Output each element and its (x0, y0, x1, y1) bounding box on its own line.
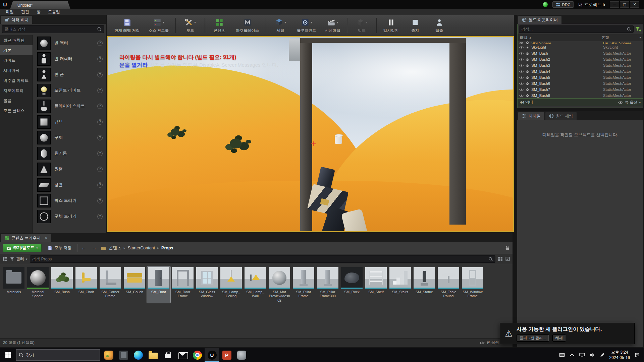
outliner-row[interactable]: SM_Bush4StaticMeshActor (518, 68, 643, 74)
outliner-row[interactable]: SM_Bush6StaticMeshActor (518, 80, 643, 86)
asset-sm-lamp-wall[interactable]: SM_Lamp_ Wall (244, 266, 267, 303)
asset-sm-mat-previewmesh-02[interactable]: SM_Mat PreviewMesh 02 (268, 266, 291, 303)
tab-untitled-level[interactable]: Untitled* (10, 1, 70, 9)
place-item-sphere[interactable]: 구체? (33, 130, 106, 145)
asset-sm-table-round[interactable]: SM_Table Round (437, 266, 460, 303)
toolbar-source-control-button[interactable]: ▾소스 컨트롤 (144, 16, 173, 35)
taskbar-app-misc-app[interactable] (234, 348, 249, 362)
toolbar-settings-button[interactable]: ▾세팅 (268, 16, 292, 35)
taskbar-app-store[interactable] (160, 348, 175, 362)
toolbar-stop-button[interactable]: 중지 (403, 16, 427, 35)
tab-details[interactable]: 디테일 (518, 112, 544, 120)
toolbar-modes-button[interactable]: ▾모드 (178, 16, 202, 35)
tab-world-outliner[interactable]: 월드 아웃라이너 (518, 16, 561, 24)
label-column-header[interactable]: 라벨 ▲ (520, 35, 601, 40)
menu-item-1[interactable]: 편집 (17, 9, 33, 15)
outliner-row[interactable]: SM_Bush7StaticMeshActor (518, 86, 643, 93)
place-category-6[interactable]: 볼륨 (0, 96, 33, 106)
start-button[interactable] (0, 348, 16, 362)
toolbar-pause-button[interactable]: 일시정지 (379, 16, 403, 35)
breadcrumb-2[interactable]: Props (161, 246, 173, 250)
outliner-row[interactable]: SM_Bush2StaticMeshActor (518, 56, 643, 62)
outliner-row[interactable]: SM_Bush3StaticMeshActor (518, 62, 643, 68)
save-all-button[interactable]: 모두 저장 (44, 244, 74, 252)
place-item-cube[interactable]: 큐브? (33, 114, 106, 130)
taskbar-search[interactable] (16, 349, 100, 361)
taskbar-app-mail[interactable] (175, 348, 190, 362)
outliner-search-input[interactable] (521, 27, 625, 32)
class-search-input[interactable] (4, 27, 95, 32)
menu-item-2[interactable]: 창 (33, 9, 44, 15)
taskbar-app-food-shortcut[interactable] (101, 348, 116, 362)
cb-view-options-button[interactable]: 뷰 옵션 ▾ (480, 340, 502, 345)
taskbar-app-edge[interactable] (131, 348, 146, 362)
menu-item-0[interactable]: 파일 (2, 9, 17, 15)
taskbar-app-chrome[interactable] (190, 348, 205, 362)
asset-sm-shelf[interactable]: SM_Shelf (364, 266, 388, 303)
filter-button[interactable]: 필터 ▾ (10, 256, 28, 262)
asset-sm-lamp-ceiling[interactable]: SM_Lamp_ Ceiling (219, 266, 243, 303)
outliner-filter-icon[interactable] (635, 26, 642, 33)
ddc-button[interactable]: DDC (552, 1, 574, 8)
pen-icon[interactable] (599, 353, 605, 357)
taskbar-clock[interactable]: 오후 3:24 2024-05-16 (609, 350, 630, 360)
place-category-4[interactable]: 비주얼 이펙트 (0, 75, 33, 85)
toolbar-blueprints-button[interactable]: ▾블루프린트 (292, 16, 321, 35)
asset-sm-glass-window[interactable]: SM_Glass Window (195, 266, 219, 303)
tab-place-actors[interactable]: 액터 배치 (1, 16, 32, 24)
place-item-player-start[interactable]: 플레이어 스타트? (33, 98, 106, 114)
asset-sm-pillar-frame[interactable]: SM_Pillar Frame (292, 266, 315, 303)
asset-sm-statue[interactable]: SM_Statue (413, 266, 436, 303)
taskbar-search-input[interactable] (25, 353, 98, 358)
sources-panel-toggle-icon[interactable] (2, 256, 7, 261)
close-icon[interactable]: ✕ (45, 236, 47, 240)
taskbar-app-unreal-editor[interactable] (205, 348, 219, 362)
outliner-row[interactable]: SM_Bush8StaticMeshActor (518, 93, 643, 98)
place-category-2[interactable]: 라이트 (0, 55, 33, 65)
place-category-7[interactable]: 모든 클래스 (0, 106, 33, 116)
place-category-1[interactable]: 기본 (0, 45, 33, 55)
minimize-button[interactable]: ─ (610, 1, 619, 8)
toolbar-eject-button[interactable]: 탈출 (427, 16, 451, 35)
breadcrumb-1[interactable]: StarterContent (128, 246, 155, 250)
asset-sm-door-frame[interactable]: SM_Door Frame (171, 266, 195, 303)
type-column-header[interactable]: 유형 ▾ (601, 35, 641, 40)
place-item-point-light[interactable]: 포인트 라이트? (33, 82, 106, 98)
asset-sm-bush[interactable]: SM_Bush (50, 266, 74, 303)
asset-sm-chair[interactable]: SM_Chair (74, 266, 98, 303)
game-viewport[interactable]: 라이팅을 다시 빌드해야 합니다 (빌드 필요: 91개) 문을 열거라 시지를… (107, 36, 514, 232)
place-item-sphere-trigger[interactable]: 구체 트리거? (33, 208, 106, 224)
taskbar-app-file-explorer[interactable] (146, 348, 160, 362)
toolbar-save-button[interactable]: 현재 레벨 저장 (110, 16, 144, 35)
saved-search-icon[interactable] (498, 256, 503, 261)
asset-sm-door[interactable]: SM_Door (147, 266, 170, 303)
toolbar-marketplace-button[interactable]: 마켓플레이스 (231, 16, 263, 35)
tab-content-browser[interactable]: 콘텐츠 브라우저 ✕ (1, 234, 51, 242)
asset-sm-window-frame[interactable]: SM_Window Frame (461, 266, 484, 303)
place-category-0[interactable]: 최근 배치됨 (0, 35, 33, 45)
column-options-icon[interactable]: ▾ (639, 36, 641, 39)
network-icon[interactable] (579, 353, 585, 357)
outliner-row[interactable]: SM_BushStaticMeshActor (518, 50, 643, 56)
place-item-cone[interactable]: 원뿔? (33, 161, 106, 177)
taskbar-app-task-view[interactable] (116, 348, 131, 362)
place-item-plane[interactable]: 평면? (33, 177, 106, 193)
outliner-row[interactable]: SM_Bush5StaticMeshActor (518, 74, 643, 80)
maximize-button[interactable]: ▢ (620, 1, 629, 8)
toolbar-content-button[interactable]: 콘텐츠 (207, 16, 231, 35)
breadcrumb-0[interactable]: 콘텐츠 (109, 245, 121, 251)
add-import-button[interactable]: 추가/임포트 ▾ (3, 244, 42, 252)
volume-icon[interactable] (589, 353, 595, 357)
toolbar-cinematics-button[interactable]: ▾시네마틱 (321, 16, 345, 35)
tab-world-settings[interactable]: 월드 세팅 (545, 112, 577, 120)
keyboard-icon[interactable] (559, 353, 565, 357)
manage-plugins-button[interactable]: 플러그인 관리... (517, 335, 549, 342)
outliner-view-options-button[interactable]: 뷰 옵션 ▾ (618, 100, 641, 105)
asset-sm-corner-frame[interactable]: SM_Corner Frame (99, 266, 122, 303)
place-item-empty-pawn[interactable]: 빈 폰? (33, 67, 106, 82)
dismiss-button[interactable]: 해제 (552, 335, 566, 342)
chevron-up-icon[interactable] (569, 353, 575, 357)
asset-sm-rock[interactable]: SM_Rock (340, 266, 364, 303)
asset-search-input[interactable] (32, 257, 487, 261)
forward-button[interactable]: → (90, 245, 98, 251)
